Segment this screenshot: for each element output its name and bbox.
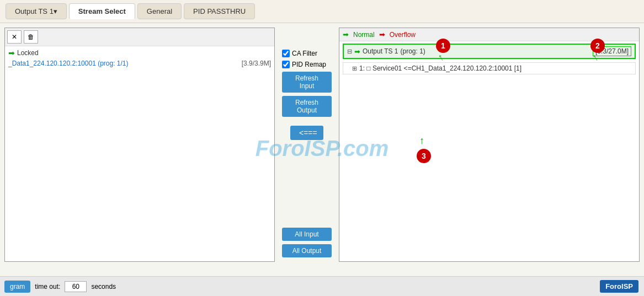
left-content: ➡ Locked _Data1_224.120.120.2:10001 (pro… <box>5 46 274 261</box>
tab-pid-passthru[interactable]: PID PASSTHRU <box>184 3 255 19</box>
tab-output-ts-1[interactable]: Output TS 1▾ <box>6 3 67 19</box>
normal-arrow-icon: ➡ <box>343 30 349 39</box>
delete-button[interactable]: 🗑 <box>24 30 38 44</box>
left-toolbar: ✕ 🗑 <box>5 28 274 46</box>
arrow-to-3: ↑ <box>419 135 424 147</box>
overflow-arrow-icon: ➡ <box>379 30 385 39</box>
status-bar: gram time out: seconds <box>0 276 644 296</box>
tab-stream-select[interactable]: Stream Select <box>69 3 135 19</box>
left-panel: ✕ 🗑 ➡ Locked _Data1_224.120.120.2:10001 … <box>4 28 275 262</box>
annotation-2: 2 <box>590 39 605 53</box>
all-input-button[interactable]: All Input <box>282 228 332 241</box>
tab-general[interactable]: General <box>137 3 182 19</box>
output-tree-label: ⊟ ➡ Output TS 1 (prog: 1) <box>347 47 425 56</box>
foroisp-badge: ForoISP <box>600 280 638 293</box>
pid-remap-row: PID Remap <box>282 61 332 68</box>
arrow-right-icon: ➡ <box>8 49 15 57</box>
annotation-3: 3 <box>417 149 431 163</box>
annotation-1: 1 <box>436 39 450 53</box>
service-expand-icon: ⊞ <box>352 65 357 72</box>
locked-text: Locked <box>17 49 39 57</box>
pid-remap-label: PID Remap <box>292 61 326 68</box>
refresh-output-button[interactable]: Refresh Output <box>282 96 332 117</box>
overflow-label: Overflow <box>390 31 416 39</box>
tree-expand-icon: ⊟ <box>347 48 352 55</box>
ca-filter-label: CA Filter <box>292 50 317 57</box>
timeout-input[interactable] <box>65 281 87 292</box>
main-content: ✕ 🗑 ➡ Locked _Data1_224.120.120.2:10001 … <box>0 23 644 266</box>
timeout-label: time out: <box>35 283 60 290</box>
ca-filter-row: CA Filter <box>282 50 332 57</box>
close-button[interactable]: ✕ <box>7 30 22 44</box>
all-output-button[interactable]: All Output <box>282 244 332 257</box>
tab-bar: Output TS 1▾ Stream Select General PID P… <box>0 0 644 23</box>
seconds-label: seconds <box>91 283 116 290</box>
output-ts-name: Output TS 1 <box>363 47 398 55</box>
output-arrow-icon: ➡ <box>354 47 360 56</box>
source-rate: [3.9/3.9M] <box>242 60 271 67</box>
ca-filter-checkbox[interactable] <box>282 50 290 57</box>
program-button[interactable]: gram <box>4 281 30 293</box>
output-ts-prog: (prog: 1) <box>400 47 425 55</box>
locked-label: ➡ Locked <box>8 49 271 57</box>
normal-label: Normal <box>353 31 375 39</box>
pid-remap-checkbox[interactable] <box>282 61 290 68</box>
refresh-input-button[interactable]: Refresh Input <box>282 72 332 93</box>
right-panel: ➡ Normal ➡ Overflow ⊟ ➡ Output TS 1 (pro… <box>339 28 640 262</box>
service-label: 1: □ Service01 <=CH1_Data1_224.120.120.2… <box>359 64 521 72</box>
source-row: _Data1_224.120.120.2:10001 (prog: 1/1) [… <box>8 60 271 67</box>
arrow-button[interactable]: <=== <box>290 126 323 140</box>
middle-panel: CA Filter PID Remap Refresh Input Refres… <box>279 28 334 262</box>
source-link[interactable]: _Data1_224.120.120.2:10001 (prog: 1/1) <box>8 60 129 67</box>
service-row[interactable]: ⊞ 1: □ Service01 <=CH1_Data1_224.120.120… <box>343 62 636 74</box>
